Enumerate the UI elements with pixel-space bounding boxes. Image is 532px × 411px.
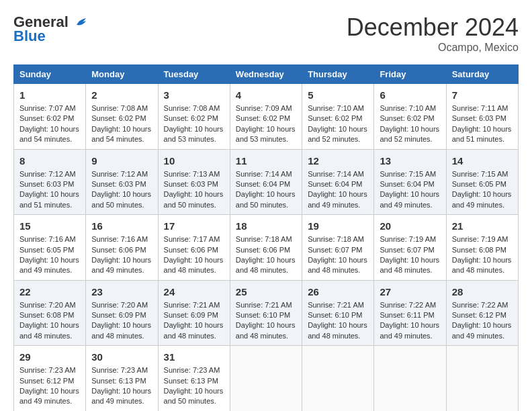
calendar-cell: 26Sunrise: 7:21 AMSunset: 6:10 PMDayligh… [302,280,374,346]
calendar-cell: 8Sunrise: 7:12 AMSunset: 6:03 PMDaylight… [14,149,86,215]
day-number: 6 [380,88,440,102]
cell-info: Sunrise: 7:19 AMSunset: 6:08 PMDaylight:… [452,235,512,274]
calendar-cell: 4Sunrise: 7:09 AMSunset: 6:02 PMDaylight… [230,84,302,150]
cell-info: Sunrise: 7:18 AMSunset: 6:07 PMDaylight:… [308,235,367,274]
day-number: 28 [452,285,513,299]
day-number: 5 [308,88,368,102]
cell-info: Sunrise: 7:23 AMSunset: 6:13 PMDaylight:… [91,366,151,405]
cell-info: Sunrise: 7:15 AMSunset: 6:04 PMDaylight:… [380,170,439,209]
calendar-cell-empty [230,346,302,411]
cell-info: Sunrise: 7:14 AMSunset: 6:04 PMDaylight:… [308,170,367,209]
day-number: 10 [164,154,224,168]
calendar-cell: 5Sunrise: 7:10 AMSunset: 6:02 PMDaylight… [302,84,374,150]
cell-info: Sunrise: 7:08 AMSunset: 6:02 PMDaylight:… [164,104,224,143]
calendar-cell: 15Sunrise: 7:16 AMSunset: 6:05 PMDayligh… [14,215,86,281]
day-number: 9 [91,154,152,168]
day-number: 2 [91,88,152,102]
calendar-row: 29Sunrise: 7:23 AMSunset: 6:12 PMDayligh… [14,346,519,411]
cell-info: Sunrise: 7:10 AMSunset: 6:02 PMDaylight:… [308,104,367,143]
day-number: 13 [380,154,440,168]
day-number: 19 [308,219,368,233]
col-saturday: Saturday [446,65,518,84]
day-number: 29 [19,350,80,364]
day-number: 25 [236,285,296,299]
logo-bird-icon [74,15,89,30]
calendar-cell: 17Sunrise: 7:17 AMSunset: 6:06 PMDayligh… [158,215,230,281]
cell-info: Sunrise: 7:21 AMSunset: 6:10 PMDaylight:… [236,301,296,340]
cell-info: Sunrise: 7:20 AMSunset: 6:08 PMDaylight:… [19,301,79,340]
calendar-cell-empty [302,346,374,411]
cell-info: Sunrise: 7:08 AMSunset: 6:02 PMDaylight:… [91,104,151,143]
calendar-cell: 16Sunrise: 7:16 AMSunset: 6:06 PMDayligh… [86,215,158,281]
calendar-row: 15Sunrise: 7:16 AMSunset: 6:05 PMDayligh… [14,215,519,281]
calendar-header-row: Sunday Monday Tuesday Wednesday Thursday… [14,65,519,84]
cell-info: Sunrise: 7:07 AMSunset: 6:02 PMDaylight:… [19,104,79,143]
day-number: 7 [452,88,513,102]
day-number: 12 [308,154,368,168]
col-sunday: Sunday [14,65,86,84]
day-number: 23 [91,285,152,299]
calendar-cell: 30Sunrise: 7:23 AMSunset: 6:13 PMDayligh… [86,346,158,411]
cell-info: Sunrise: 7:10 AMSunset: 6:02 PMDaylight:… [380,104,439,143]
day-number: 15 [19,219,80,233]
title-block: December 2024 Ocampo, Mexico [347,13,519,54]
calendar-cell: 12Sunrise: 7:14 AMSunset: 6:04 PMDayligh… [302,149,374,215]
cell-info: Sunrise: 7:21 AMSunset: 6:09 PMDaylight:… [164,301,224,340]
calendar-row: 22Sunrise: 7:20 AMSunset: 6:08 PMDayligh… [14,280,519,346]
cell-info: Sunrise: 7:12 AMSunset: 6:03 PMDaylight:… [91,170,151,209]
day-number: 30 [91,350,152,364]
calendar-cell: 6Sunrise: 7:10 AMSunset: 6:02 PMDaylight… [374,84,446,150]
location-subtitle: Ocampo, Mexico [347,42,519,54]
col-thursday: Thursday [302,65,374,84]
day-number: 1 [19,88,80,102]
day-number: 3 [164,88,224,102]
cell-info: Sunrise: 7:23 AMSunset: 6:12 PMDaylight:… [19,366,79,405]
calendar-cell: 10Sunrise: 7:13 AMSunset: 6:03 PMDayligh… [158,149,230,215]
calendar-table: Sunday Monday Tuesday Wednesday Thursday… [13,64,519,411]
calendar-cell: 29Sunrise: 7:23 AMSunset: 6:12 PMDayligh… [14,346,86,411]
calendar-cell: 27Sunrise: 7:22 AMSunset: 6:11 PMDayligh… [374,280,446,346]
cell-info: Sunrise: 7:14 AMSunset: 6:04 PMDaylight:… [236,170,296,209]
col-wednesday: Wednesday [230,65,302,84]
cell-info: Sunrise: 7:09 AMSunset: 6:02 PMDaylight:… [236,104,296,143]
calendar-cell: 31Sunrise: 7:23 AMSunset: 6:13 PMDayligh… [158,346,230,411]
cell-info: Sunrise: 7:16 AMSunset: 6:05 PMDaylight:… [19,235,79,274]
calendar-cell: 20Sunrise: 7:19 AMSunset: 6:07 PMDayligh… [374,215,446,281]
calendar-cell: 24Sunrise: 7:21 AMSunset: 6:09 PMDayligh… [158,280,230,346]
calendar-cell: 13Sunrise: 7:15 AMSunset: 6:04 PMDayligh… [374,149,446,215]
month-title: December 2024 [347,13,519,42]
day-number: 18 [236,219,296,233]
calendar-cell: 7Sunrise: 7:11 AMSunset: 6:03 PMDaylight… [446,84,518,150]
cell-info: Sunrise: 7:16 AMSunset: 6:06 PMDaylight:… [91,235,151,274]
cell-info: Sunrise: 7:20 AMSunset: 6:09 PMDaylight:… [91,301,151,340]
cell-info: Sunrise: 7:21 AMSunset: 6:10 PMDaylight:… [308,301,367,340]
day-number: 24 [164,285,224,299]
calendar-cell: 22Sunrise: 7:20 AMSunset: 6:08 PMDayligh… [14,280,86,346]
cell-info: Sunrise: 7:12 AMSunset: 6:03 PMDaylight:… [19,170,79,209]
day-number: 26 [308,285,368,299]
calendar-cell-empty [446,346,518,411]
calendar-cell-empty [374,346,446,411]
calendar-cell: 9Sunrise: 7:12 AMSunset: 6:03 PMDaylight… [86,149,158,215]
cell-info: Sunrise: 7:13 AMSunset: 6:03 PMDaylight:… [164,170,224,209]
day-number: 20 [380,219,440,233]
cell-info: Sunrise: 7:23 AMSunset: 6:13 PMDaylight:… [164,366,224,405]
cell-info: Sunrise: 7:19 AMSunset: 6:07 PMDaylight:… [380,235,439,274]
cell-info: Sunrise: 7:17 AMSunset: 6:06 PMDaylight:… [164,235,224,274]
day-number: 8 [19,154,80,168]
col-monday: Monday [86,65,158,84]
day-number: 31 [164,350,224,364]
calendar-cell: 14Sunrise: 7:15 AMSunset: 6:05 PMDayligh… [446,149,518,215]
calendar-row: 8Sunrise: 7:12 AMSunset: 6:03 PMDaylight… [14,149,519,215]
cell-info: Sunrise: 7:11 AMSunset: 6:03 PMDaylight:… [452,104,512,143]
calendar-cell: 3Sunrise: 7:08 AMSunset: 6:02 PMDaylight… [158,84,230,150]
calendar-cell: 18Sunrise: 7:18 AMSunset: 6:06 PMDayligh… [230,215,302,281]
day-number: 11 [236,154,296,168]
day-number: 21 [452,219,513,233]
cell-info: Sunrise: 7:22 AMSunset: 6:12 PMDaylight:… [452,301,512,340]
calendar-cell: 21Sunrise: 7:19 AMSunset: 6:08 PMDayligh… [446,215,518,281]
cell-info: Sunrise: 7:22 AMSunset: 6:11 PMDaylight:… [380,301,439,340]
calendar-cell: 1Sunrise: 7:07 AMSunset: 6:02 PMDaylight… [14,84,86,150]
calendar-cell: 28Sunrise: 7:22 AMSunset: 6:12 PMDayligh… [446,280,518,346]
calendar-cell: 25Sunrise: 7:21 AMSunset: 6:10 PMDayligh… [230,280,302,346]
